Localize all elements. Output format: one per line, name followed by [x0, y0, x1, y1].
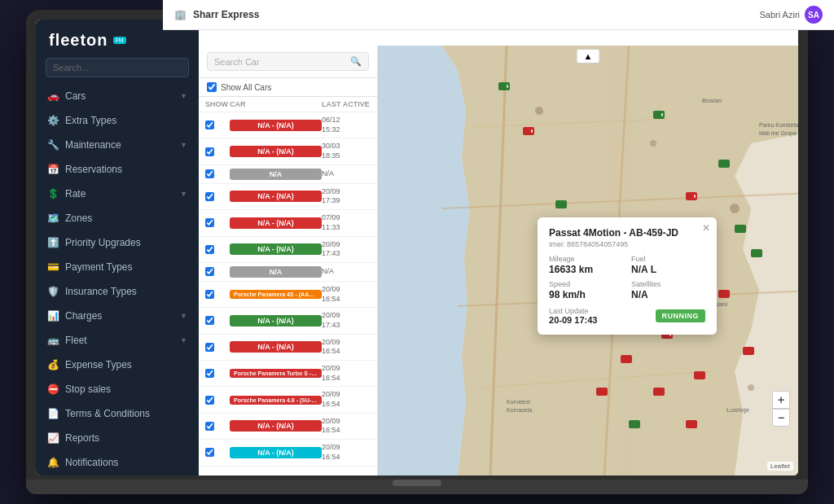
col-show: SHOW — [205, 100, 230, 108]
svg-text:Boslan: Boslan — [702, 97, 722, 104]
logo-badge: FM — [113, 37, 126, 44]
sidebar-item-rate[interactable]: 💲 Rate ▼ — [36, 182, 199, 206]
car-checkbox[interactable] — [205, 245, 214, 254]
car-badge: N/A - (N/A) — [230, 420, 322, 432]
rate-icon: 💲 — [47, 188, 59, 199]
table-row: N/A - (N/A) 20/0916:54 — [199, 440, 377, 466]
mileage-value: 16633 km — [549, 264, 623, 275]
car-checkbox[interactable] — [205, 343, 214, 352]
satellites-label: Satellites — [631, 280, 705, 288]
car-checkbox[interactable] — [205, 448, 214, 457]
car-checkbox[interactable] — [205, 267, 214, 276]
popup-close-button[interactable]: ✕ — [702, 222, 710, 234]
car-badge: Porsche Panamera 4.8 - (SU-1000-AC) — [230, 396, 322, 405]
last-update-field: Last Update 20-09 17:43 — [549, 307, 597, 325]
reports-icon: 📈 — [47, 432, 59, 444]
car-date: 20/0916:54 — [322, 285, 371, 304]
chevron-icon: ▼ — [180, 336, 187, 344]
show-all-checkbox[interactable] — [207, 82, 217, 92]
car-checkbox[interactable] — [205, 121, 214, 129]
sidebar-item-expense-types[interactable]: 💰 Expense Types — [36, 353, 199, 377]
car-badge: N/A - (N/A) — [230, 243, 322, 255]
car-list: N/A - (N/A) 06/1215:32 N/A - (N/A) 30/03… — [199, 112, 377, 476]
logo-text: fleeton — [49, 31, 108, 50]
app-container: fleeton FM 🚗 Cars ▼ ⚙️ Extra Types � — [36, 20, 798, 476]
sidebar-item-label-insurance: Insurance Types — [65, 286, 187, 297]
map-attribution: Leaflet — [767, 462, 793, 471]
sidebar-search-wrapper — [46, 58, 189, 77]
sidebar-item-insurance-types[interactable]: 🛡️ Insurance Types — [36, 279, 199, 304]
svg-rect-23 — [694, 195, 696, 198]
table-row: N/A - (N/A) 20/0917:39 — [199, 184, 377, 210]
table-row: N/A - (N/A) 20/0916:54 — [199, 335, 377, 361]
car-checkbox[interactable] — [205, 169, 214, 178]
sidebar-item-payment-types[interactable]: 💳 Payment Types — [36, 255, 199, 279]
sidebar-item-fleet[interactable]: 🚌 Fleet ▼ — [36, 328, 199, 353]
sidebar-item-reservations[interactable]: 📅 Reservations — [36, 157, 199, 182]
sidebar-item-label-extra-types: Extra Types — [65, 115, 187, 126]
maintenance-icon: 🔧 — [47, 139, 59, 151]
sidebar-search-input[interactable] — [46, 58, 189, 77]
sidebar-item-notifications[interactable]: 🔔 Notifications — [36, 450, 199, 475]
car-search-input[interactable] — [214, 57, 350, 67]
table-row: Porsche Panamera Turbo S - (AB_142_GG) 2… — [199, 361, 377, 387]
panel-search[interactable]: 🔍 — [207, 52, 369, 71]
map-area[interactable]: Boslan Parku Kombëtar Mali me Gropa Elba… — [378, 46, 798, 476]
sidebar-item-label-zones: Zones — [65, 213, 187, 224]
car-checkbox[interactable] — [205, 316, 214, 325]
mileage-field: Mileage 16633 km — [549, 255, 623, 275]
car-badge: N/A — [230, 266, 322, 278]
car-checkbox[interactable] — [205, 192, 214, 201]
zoom-out-button[interactable]: − — [772, 409, 790, 427]
sidebar-item-zones[interactable]: 🗺️ Zones — [36, 206, 199, 230]
chevron-icon: ▼ — [180, 190, 187, 198]
expense-icon: 💰 — [47, 359, 59, 370]
car-checkbox[interactable] — [205, 147, 214, 156]
sidebar-item-priority-upgrades[interactable]: ⬆️ Priority Upgrades — [36, 230, 199, 255]
car-checkbox[interactable] — [205, 290, 214, 299]
table-row: N/A - (N/A) 20/0916:54 — [199, 414, 377, 440]
map-collapse-button[interactable]: ▲ — [577, 49, 600, 64]
sidebar-item-label-payment: Payment Types — [65, 261, 187, 273]
sidebar-item-tracking[interactable]: 📍 Tracking ▲ — [36, 475, 199, 476]
topbar: 🏢 Sharr Express Sabri Aziri SA — [199, 20, 798, 30]
map-popup: ✕ Passat 4Motion - AB-459-JD Imei: 86578… — [538, 217, 717, 335]
topbar-company: Sharr Express — [199, 20, 259, 20]
fleet-icon: 🚌 — [47, 335, 59, 346]
car-date: 20/0916:54 — [322, 443, 371, 462]
content-area: 🏢 Sharr Express Sabri Aziri SA 🔍 — [199, 20, 798, 476]
zones-icon: 🗺️ — [47, 213, 59, 224]
svg-point-11 — [748, 384, 754, 391]
car-checkbox[interactable] — [205, 218, 214, 227]
sidebar-item-cars[interactable]: 🚗 Cars ▼ — [36, 84, 199, 108]
sidebar-item-terms[interactable]: 📄 Terms & Conditions — [36, 401, 199, 426]
car-checkbox[interactable] — [205, 369, 214, 378]
screen: fleeton FM 🚗 Cars ▼ ⚙️ Extra Types � — [36, 20, 798, 476]
sidebar-item-charges[interactable]: 📊 Charges ▼ — [36, 304, 199, 328]
svg-rect-36 — [686, 420, 697, 428]
panel-header: 🔍 — [199, 46, 377, 78]
svg-point-8 — [650, 140, 656, 147]
car-checkbox[interactable] — [205, 422, 214, 431]
sidebar-item-stop-sales[interactable]: ⛔ Stop sales — [36, 377, 199, 401]
zoom-in-button[interactable]: + — [772, 391, 790, 409]
svg-rect-21 — [531, 129, 533, 133]
svg-rect-34 — [596, 388, 608, 396]
car-date: 20/0916:54 — [322, 338, 371, 357]
mileage-label: Mileage — [549, 255, 623, 263]
table-row: N/A N/A — [199, 263, 377, 282]
chevron-icon: ▼ — [180, 312, 187, 320]
sidebar-item-label-cars: Cars — [65, 90, 173, 102]
sidebar-item-extra-types[interactable]: ⚙️ Extra Types — [36, 108, 199, 133]
svg-rect-19 — [751, 249, 762, 257]
sidebar-item-maintenance[interactable]: 🔧 Maintenance ▼ — [36, 133, 199, 157]
popup-imei: Imei: 865784054057495 — [549, 240, 705, 248]
sidebar-item-label-notifications: Notifications — [65, 457, 187, 468]
car-badge: N/A - (N/A) — [230, 191, 322, 202]
speed-value: 98 km/h — [549, 289, 623, 300]
table-row: Porsche Panamera 4S - (AA_745_VE) 20/091… — [199, 282, 377, 308]
sidebar-item-reports[interactable]: 📈 Reports — [36, 426, 199, 450]
svg-text:Kurvelesl: Kurvelesl — [507, 399, 530, 405]
last-update-value: 20-09 17:43 — [549, 315, 597, 325]
car-checkbox[interactable] — [205, 396, 214, 405]
